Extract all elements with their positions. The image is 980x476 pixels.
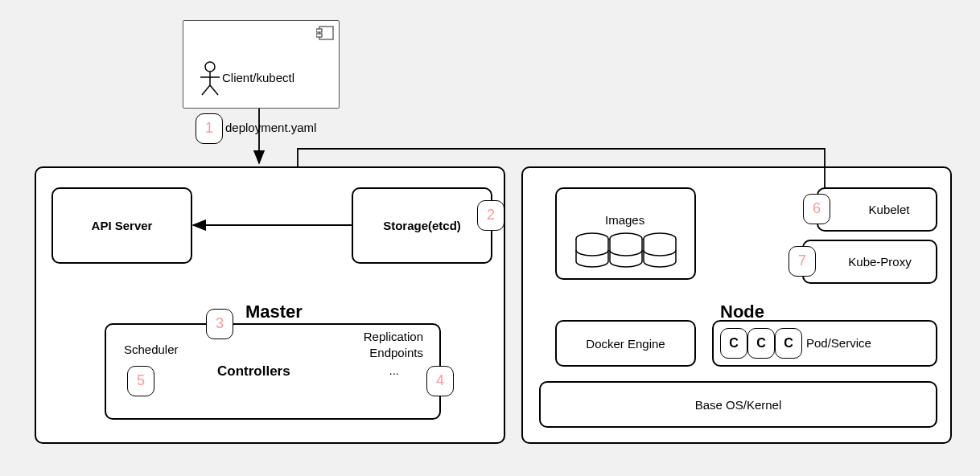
svg-point-6	[205, 62, 215, 72]
step-3-badge: 3	[206, 309, 233, 339]
step-6-badge: 6	[803, 194, 830, 224]
master-title: Master	[245, 302, 303, 322]
kube-proxy-label: Kube-Proxy	[828, 255, 911, 269]
pod-service-label: Pod/Service	[806, 336, 871, 350]
svg-line-9	[202, 85, 210, 95]
api-server-box: API Server	[51, 187, 192, 264]
base-os-box: Base OS/Kernel	[539, 381, 937, 428]
step-7-badge: 7	[789, 246, 816, 277]
storage-cylinders-icon	[574, 231, 679, 271]
container-c-3: C	[775, 328, 802, 359]
step-2-badge: 2	[477, 200, 504, 231]
docker-engine-label: Docker Engine	[586, 337, 665, 351]
step-5-badge: 5	[127, 366, 154, 396]
kube-proxy-box: Kube-Proxy	[802, 240, 937, 284]
controllers-box: Scheduler Controllers Replication Endpoi…	[105, 323, 441, 420]
svg-rect-4	[316, 29, 322, 32]
container-c-1: C	[720, 328, 747, 359]
ellipsis-label: ...	[389, 363, 399, 377]
step-1-badge: 1	[196, 113, 223, 144]
base-os-label: Base OS/Kernel	[695, 398, 782, 412]
container-c-2: C	[747, 328, 775, 359]
storage-box: Storage(etcd)	[352, 187, 492, 264]
svg-line-10	[210, 85, 218, 95]
deployment-yaml-label: deployment.yaml	[225, 121, 316, 134]
client-box: Client/kubectl	[183, 20, 340, 109]
step-4-badge: 4	[426, 366, 454, 396]
actor-icon	[198, 61, 222, 96]
images-label: Images	[605, 213, 644, 227]
replication-label: Replication	[364, 330, 423, 343]
docker-engine-box: Docker Engine	[555, 320, 696, 367]
svg-rect-5	[316, 34, 322, 37]
client-label: Client/kubectl	[222, 71, 294, 84]
images-box: Images	[555, 187, 696, 280]
kubelet-label: Kubelet	[845, 203, 910, 216]
controllers-title: Controllers	[217, 363, 290, 380]
scheduler-label: Scheduler	[124, 343, 179, 356]
storage-label: Storage(etcd)	[383, 219, 461, 232]
component-icon	[316, 26, 334, 40]
diagram-canvas: Client/kubectl 1 deployment.yaml Master …	[0, 0, 980, 476]
kubelet-box: Kubelet	[817, 187, 937, 232]
api-server-label: API Server	[92, 219, 153, 232]
endpoints-label: Endpoints	[369, 346, 423, 359]
